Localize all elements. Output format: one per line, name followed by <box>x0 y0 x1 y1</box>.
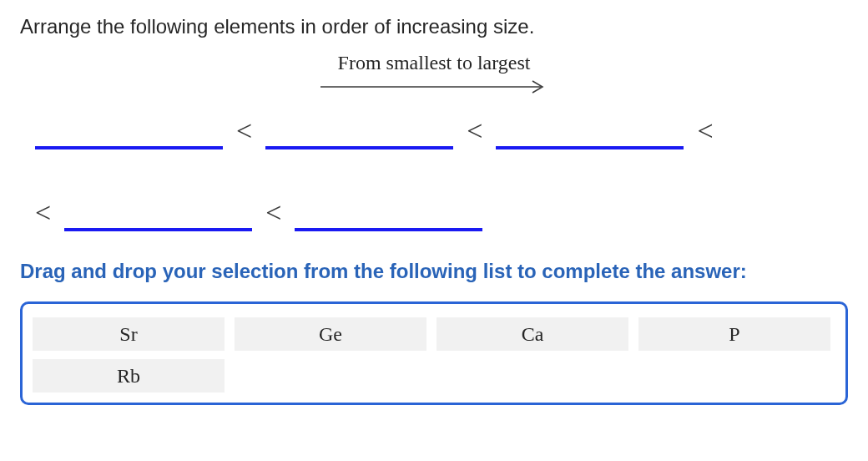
less-than-icon: < <box>236 114 252 149</box>
question-text: Arrange the following elements in order … <box>20 15 848 38</box>
drop-slot[interactable] <box>64 198 252 231</box>
option-chip[interactable]: P <box>638 317 830 351</box>
option-chip[interactable]: Ge <box>235 317 426 351</box>
direction-block: From smallest to largest <box>309 52 559 96</box>
less-than-icon: < <box>467 114 482 149</box>
less-than-icon: < <box>265 196 281 231</box>
option-pool: Sr Ge Ca P Rb <box>20 301 848 405</box>
option-chip[interactable]: Rb <box>33 359 225 393</box>
arrow-right-icon <box>317 78 551 96</box>
option-chip[interactable]: Ca <box>437 317 628 351</box>
less-than-icon: < <box>697 114 713 149</box>
drop-slot[interactable] <box>496 116 684 149</box>
answer-slots: < < < < < <box>20 114 848 231</box>
less-than-icon: < <box>35 196 51 231</box>
option-chip[interactable]: Sr <box>33 317 225 351</box>
instruction-text: Drag and drop your selection from the fo… <box>20 256 848 286</box>
direction-label: From smallest to largest <box>309 52 559 74</box>
drop-slot[interactable] <box>35 116 223 149</box>
drop-slot[interactable] <box>265 116 453 149</box>
drop-slot[interactable] <box>295 198 482 231</box>
